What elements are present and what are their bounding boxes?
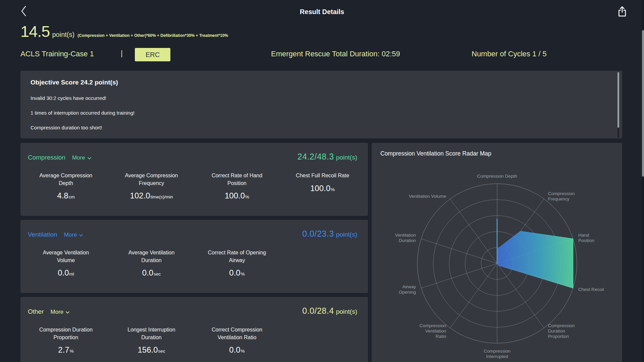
radar-axis-label: Compression (548, 323, 575, 328)
stat-longest-interruption-duration: Longest Interruption Duration 156.0sec (109, 326, 194, 355)
section-title-other: Other (28, 308, 44, 315)
ventilation-panel: Ventilation More 0.0/23.3point(s) Averag… (20, 220, 368, 293)
page-scrollbar[interactable] (642, 0, 644, 362)
radar-axis-label: Compression (420, 323, 446, 328)
objective-message: 1 times of interruption occurred during … (31, 110, 609, 116)
section-title-ventilation: Ventilation (28, 231, 57, 238)
radar-spoke (421, 263, 497, 288)
objective-score-title: Objective Score 24.2 point(s) (31, 79, 609, 86)
compression-panel: Compression More 24.2/48.3point(s) Avera… (20, 143, 368, 216)
radar-axis-label: Ventilation Volume (409, 194, 446, 199)
radar-spoke (450, 199, 497, 263)
radar-spoke (421, 239, 497, 263)
objective-score-panel: Objective Score 24.2 point(s) Invalid 30… (20, 71, 622, 138)
radar-axis-label: Airway (402, 284, 416, 289)
chevron-down-icon (87, 157, 92, 160)
other-panel: Other More 0.0/28.4point(s) Compression … (20, 297, 368, 362)
stat-avg-compression-depth: Average Compression Depth 4.8cm (23, 172, 109, 200)
stat-compression-ventilation-ratio: Correct Compression Ventilation Ratio 0.… (194, 326, 280, 355)
section-score-other: 0.0/28.4point(s) (302, 306, 357, 316)
cycle-count: Number of Cycles 1 / 5 (472, 50, 547, 58)
radar-axis-label: Ventilation (395, 233, 416, 238)
radar-data-polygon (497, 231, 573, 288)
section-title-compression: Compression (28, 154, 65, 161)
radar-axis-label: Compression (484, 349, 511, 354)
page-title: Result Details (0, 8, 644, 16)
radar-panel: Compression Ventilation Score Radar Map … (372, 143, 622, 362)
case-name: ACLS Training-Case 1 (20, 50, 94, 58)
radar-axis-label: Hand (578, 233, 589, 238)
more-button-ventilation[interactable]: More (64, 232, 84, 238)
stat-chest-recoil-rate: Chest Full Recoil Rate 100.0% (280, 172, 365, 200)
objective-panel-scrollbar[interactable] (618, 71, 619, 138)
share-icon (616, 5, 628, 17)
radar-axis-label: Compression Depth (477, 174, 517, 179)
stat-compression-duration-proportion: Compression Duration Proportion 2.7% (23, 326, 109, 355)
score-formula: (Compression + Ventilation + Other)*60% … (77, 33, 228, 38)
radar-axis-label: Frequency (548, 196, 570, 201)
protocol-badge: ERC (135, 48, 170, 61)
objective-message: Invalid 30:2 cycles have occurred! (31, 95, 609, 101)
radar-axis-label: Duration (399, 238, 416, 243)
radar-chart: Compression DepthCompressionFrequencyHan… (372, 143, 622, 362)
objective-message: Compression duration too short! (31, 125, 609, 130)
radar-spoke (450, 263, 497, 328)
radar-axis-label: Position (578, 238, 594, 243)
radar-axis-label: Interrupted (486, 354, 508, 359)
more-label: More (72, 155, 85, 161)
total-score-value: 14.5 (20, 22, 50, 41)
more-label: More (51, 309, 64, 315)
radar-axis-label: Proportion (548, 334, 569, 339)
more-button-other[interactable]: More (51, 309, 70, 315)
result-details-page: Result Details 14.5 point(s) (Compressio… (0, 0, 644, 362)
chevron-down-icon (79, 234, 83, 237)
total-score: 14.5 point(s) (Compression + Ventilation… (20, 22, 228, 41)
divider: | (121, 49, 123, 58)
stat-avg-ventilation-duration: Average Ventilation Duration 0.0sec (109, 249, 194, 278)
more-button-compression[interactable]: More (72, 155, 92, 161)
section-score-ventilation: 0.0/23.3point(s) (302, 229, 357, 239)
total-duration: Emergent Rescue Total Duration: 02:59 (271, 50, 400, 58)
stat-opening-airway-rate: Correct Rate of Opening Airway 0.0% (194, 249, 280, 278)
section-score-compression: 24.2/48.3point(s) (298, 152, 357, 162)
radar-axis-label: Compression (548, 191, 575, 196)
radar-axis-label: Ventilation (425, 328, 446, 334)
radar-axis-label: Ratio (436, 334, 446, 339)
stat-avg-compression-frequency: Average Compression Frequency 102.0time(… (109, 172, 194, 200)
more-label: More (64, 232, 77, 238)
chevron-down-icon (65, 311, 70, 314)
scrollbar-thumb[interactable] (642, 30, 644, 177)
total-score-unit: point(s) (52, 31, 74, 39)
share-button[interactable] (616, 5, 628, 17)
radar-axis-label: Chest Recoil (578, 287, 604, 292)
stat-hand-position-rate: Correct Rate of Hand Position 100.0% (194, 172, 280, 200)
stat-avg-ventilation-volume: Average Ventilation Volume 0.0ml (23, 249, 109, 278)
radar-axis-label: Opening (399, 290, 416, 295)
scrollbar-thumb[interactable] (618, 72, 619, 128)
radar-title: Compression Ventilation Score Radar Map (380, 150, 491, 157)
radar-axis-label: Duration (548, 328, 565, 334)
